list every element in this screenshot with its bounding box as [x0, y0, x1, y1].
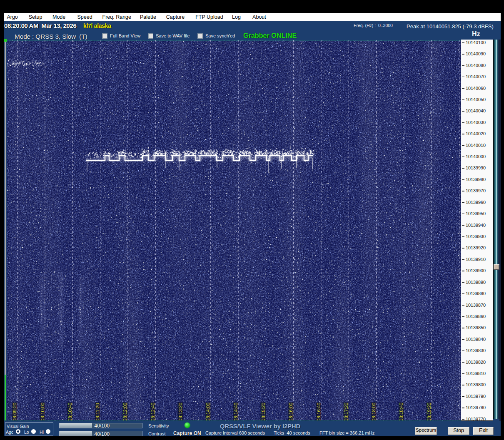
svg-text:08:16:40: 08:16:40 — [316, 403, 321, 420]
svg-text:08:10:00: 08:10:00 — [40, 403, 45, 420]
svg-text:08:14:40: 08:14:40 — [233, 403, 238, 420]
svg-text:08:15:20: 08:15:20 — [261, 403, 266, 420]
svg-text:08:14:00: 08:14:00 — [205, 403, 210, 420]
svg-text:08:10:40: 08:10:40 — [67, 403, 72, 420]
svg-text:08:11:20: 08:11:20 — [95, 403, 100, 420]
svg-text:08:18:40: 08:18:40 — [399, 403, 404, 420]
svg-text:08:18:00: 08:18:00 — [371, 403, 376, 420]
svg-text:08:16:00: 08:16:00 — [288, 403, 293, 420]
svg-text:08:19:20: 08:19:20 — [427, 403, 432, 420]
svg-text:08:09:20: 08:09:20 — [12, 403, 17, 420]
svg-text:08:17:20: 08:17:20 — [344, 403, 349, 420]
svg-text:08:12:00: 08:12:00 — [122, 403, 127, 420]
svg-text:08:13:20: 08:13:20 — [178, 403, 183, 420]
svg-text:08:12:40: 08:12:40 — [150, 403, 155, 420]
